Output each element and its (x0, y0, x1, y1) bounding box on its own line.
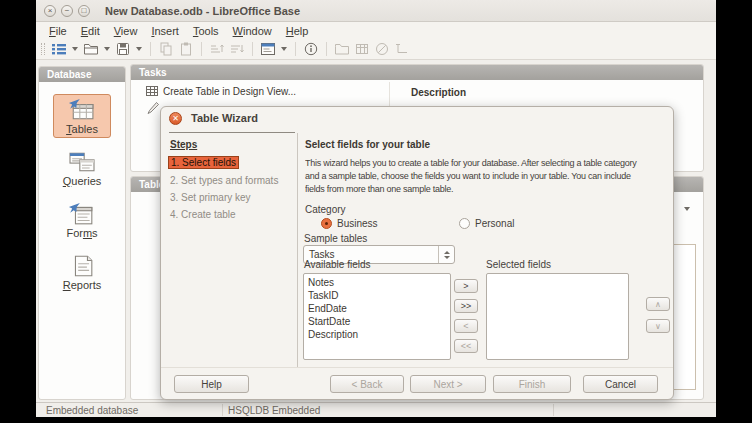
menu-insert-rest: nsert (154, 25, 178, 37)
step-1-select-fields[interactable]: 1. Select fields (168, 156, 239, 169)
new-database-dropdown-icon[interactable] (72, 47, 78, 51)
next-button: Next > (410, 375, 486, 393)
radio-business-label[interactable]: Business (337, 218, 378, 229)
menu-view[interactable]: View (107, 24, 145, 38)
move-right-button[interactable]: > (454, 279, 478, 293)
window-titlebar: × − □ New Database.odb - LibreOffice Bas… (36, 0, 716, 22)
sort-descending-button (227, 39, 247, 59)
toolbar-separator (295, 42, 296, 56)
minimize-icon: − (65, 7, 70, 15)
reports-label-key: R (63, 279, 71, 291)
table-wizard-dialog: ✕ Table Wizard Steps 1. Select fields 2.… (160, 106, 674, 400)
save-button[interactable] (113, 39, 133, 59)
dialog-steps-divider (297, 133, 298, 367)
dialog-close-button[interactable]: ✕ (169, 112, 182, 125)
step-4-create-table[interactable]: 4. Create table (170, 209, 236, 220)
description-header: Description (411, 87, 466, 98)
menu-file-rest: ile (56, 25, 67, 37)
available-fields-label: Available fields (304, 259, 371, 270)
sidebar-item-reports[interactable]: Reports (53, 250, 111, 294)
copy-button (156, 39, 176, 59)
selected-fields-listbox[interactable] (486, 273, 629, 360)
toolbar-drag-handle[interactable] (41, 43, 45, 55)
menu-tools[interactable]: Tools (186, 24, 226, 38)
menu-window[interactable]: Window (226, 24, 279, 38)
reports-icon (65, 254, 99, 278)
window-maximize-button[interactable]: □ (78, 5, 90, 17)
menu-view-key: V (114, 25, 121, 37)
category-label: Category (305, 204, 346, 215)
task-create-table-design-view[interactable]: Create Table in Design View... (146, 85, 296, 97)
open-button[interactable] (81, 39, 101, 59)
tables-label-post: ables (72, 123, 98, 135)
dialog-title-divider (169, 132, 295, 133)
disabled-circle-icon (374, 41, 390, 57)
spin-up-icon (444, 251, 450, 254)
save-dropdown-icon[interactable] (136, 47, 142, 51)
steps-header: Steps (170, 139, 197, 150)
step-2-set-types[interactable]: 2. Set types and formats (170, 175, 278, 186)
window-close-button[interactable]: × (44, 5, 56, 17)
cancel-button[interactable]: Cancel (583, 375, 658, 393)
close-icon: × (48, 7, 53, 15)
preview-dropdown-icon[interactable] (684, 207, 690, 211)
pencil-icon (147, 102, 159, 115)
sidebar-item-reports-label: Reports (63, 279, 102, 291)
menu-help[interactable]: Help (279, 24, 316, 38)
new-database-button[interactable] (49, 39, 69, 59)
task-use-wizard[interactable] (147, 102, 159, 115)
form-button[interactable] (258, 39, 278, 59)
dialog-titlebar: ✕ Table Wizard (161, 107, 673, 129)
menu-window-rest: indow (243, 25, 272, 37)
relation-button (392, 39, 412, 59)
radio-personal-label[interactable]: Personal (475, 218, 514, 229)
sidebar-item-tables[interactable]: Tables (53, 94, 111, 138)
dialog-footer: Help < Back Next > Finish Cancel (161, 367, 673, 400)
radio-business[interactable] (321, 218, 332, 229)
move-down-button: ∨ (646, 319, 670, 333)
menu-help-rest: elp (294, 25, 309, 37)
sidebar-item-queries[interactable]: Queries (53, 146, 111, 190)
move-all-right-button[interactable]: >> (454, 299, 478, 313)
toolbar (36, 39, 716, 60)
dropdown-spinner[interactable] (438, 246, 454, 263)
help-button[interactable]: Help (174, 375, 249, 393)
sidebar-item-forms[interactable]: Forms (53, 198, 111, 242)
dialog-heading: Select fields for your table (305, 139, 430, 150)
app-window: × − □ New Database.odb - LibreOffice Bas… (36, 0, 716, 417)
field-item[interactable]: TaskID (308, 289, 446, 302)
finish-button: Finish (493, 375, 571, 393)
menu-edit-key: E (81, 25, 88, 37)
copy-icon (158, 41, 174, 57)
forms-label-pre: For (66, 227, 83, 239)
dialog-intro-text: This wizard helps you to create a table … (305, 157, 669, 196)
open-folder-icon (83, 41, 99, 57)
none-button (372, 39, 392, 59)
menu-insert[interactable]: Insert (144, 24, 186, 38)
open-dropdown-icon[interactable] (104, 47, 110, 51)
field-item[interactable]: EndDate (308, 302, 446, 315)
info-icon (303, 41, 319, 57)
available-fields-listbox[interactable]: Notes TaskID EndDate StartDate Descripti… (303, 273, 451, 360)
toolbar-separator (150, 42, 151, 56)
move-left-button: < (454, 319, 478, 333)
field-item[interactable]: Description (308, 328, 446, 341)
queries-icon (65, 150, 99, 174)
paste-icon (178, 41, 194, 57)
window-minimize-button[interactable]: − (61, 5, 73, 17)
spin-down-icon (444, 256, 450, 259)
menu-help-key: H (286, 25, 294, 37)
menu-file[interactable]: File (42, 24, 74, 38)
field-item[interactable]: Notes (308, 276, 446, 289)
dialog-title: Table Wizard (191, 112, 258, 124)
intro-line: fields from more than one sample table. (305, 183, 669, 196)
form-dropdown-icon[interactable] (281, 47, 287, 51)
field-item[interactable]: StartDate (308, 315, 446, 328)
maximize-icon: □ (82, 7, 87, 15)
step-3-set-primary-key[interactable]: 3. Set primary key (170, 192, 251, 203)
radio-personal[interactable] (459, 218, 470, 229)
database-panel-header: Database (39, 67, 125, 82)
menu-edit[interactable]: Edit (74, 24, 107, 38)
selected-fields-label: Selected fields (486, 259, 551, 270)
help-info-button[interactable] (301, 39, 321, 59)
